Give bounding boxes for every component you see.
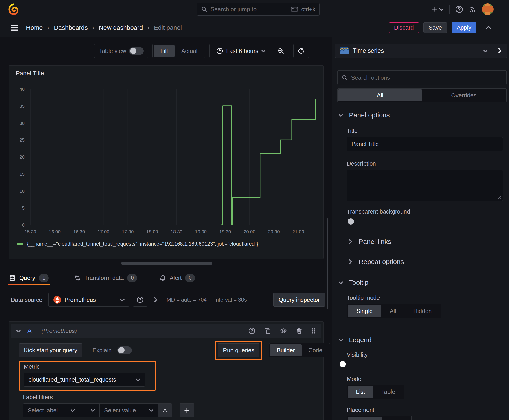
description-textarea[interactable] — [347, 170, 503, 201]
legend-mode-list[interactable]: List — [348, 386, 373, 398]
discard-button[interactable]: Discard — [389, 22, 419, 33]
tooltip-mode-hidden[interactable]: Hidden — [405, 305, 440, 317]
tab-all[interactable]: All — [338, 89, 422, 101]
add-button[interactable] — [431, 6, 443, 13]
svg-text:16:30: 16:30 — [73, 229, 85, 234]
news-button[interactable] — [469, 6, 476, 13]
interval-stat: Interval = 30s — [214, 297, 247, 303]
tab-query-label: Query — [19, 274, 35, 281]
collapse-chevron-up-icon[interactable] — [486, 26, 492, 29]
tab-query[interactable]: Query 1 — [9, 270, 49, 286]
tooltip-mode-switch: Single All Hidden — [347, 304, 441, 318]
title-label: Title — [347, 128, 357, 134]
placement-right[interactable]: Right — [381, 417, 410, 420]
explain-toggle[interactable] — [117, 346, 132, 354]
visibility-label: Visibility — [347, 351, 368, 358]
tooltip-mode-all[interactable]: All — [381, 305, 405, 317]
active-tab-underline — [8, 284, 50, 285]
chevron-right-icon — [498, 48, 501, 53]
table-view-toggle[interactable] — [129, 47, 144, 55]
fill-option[interactable]: Fill — [153, 45, 174, 57]
resize-drag-handle[interactable] — [121, 262, 212, 265]
duplicate-query-icon[interactable] — [264, 328, 271, 334]
panel-preview: Panel Title 051015202530354015:3016:0016… — [9, 65, 324, 259]
metric-select[interactable]: cloudflared_tunnel_total_requests — [24, 373, 145, 387]
panel-options-header[interactable]: Panel options — [339, 111, 390, 119]
operator-value: = — [84, 407, 87, 414]
tab-alert-count: 0 — [185, 274, 195, 282]
time-range-picker[interactable]: Last 6 hours — [210, 44, 272, 58]
tab-overrides[interactable]: Overrides — [422, 89, 506, 101]
kickstart-query-button[interactable]: Kick start your query — [19, 344, 82, 357]
add-icon — [431, 6, 438, 13]
options-tabs: All Overrides — [337, 88, 507, 102]
operator-dropdown[interactable]: = — [79, 403, 100, 417]
breadcrumb-dashboards[interactable]: Dashboards — [54, 24, 88, 31]
time-series-chart[interactable]: 051015202530354015:3016:0016:3017:0017:3… — [14, 86, 319, 243]
actual-option[interactable]: Actual — [175, 45, 204, 57]
select-value-dropdown[interactable]: Select value — [100, 403, 158, 417]
table-view-control[interactable]: Table view — [94, 44, 148, 58]
apply-button[interactable]: Apply — [452, 22, 477, 33]
delete-query-trash-icon[interactable] — [296, 328, 302, 334]
grafana-logo[interactable] — [8, 3, 19, 15]
chevron-right-icon — [349, 239, 352, 244]
viz-picker-expand-button[interactable] — [492, 44, 507, 58]
svg-text:17:00: 17:00 — [97, 229, 109, 234]
add-filter-button[interactable] — [180, 403, 194, 417]
select-label-dropdown[interactable]: Select label — [23, 403, 79, 417]
panel-links-header[interactable]: Panel links — [349, 238, 391, 246]
zoom-out-button[interactable] — [273, 44, 289, 58]
breadcrumb-new-dashboard[interactable]: New dashboard — [99, 24, 143, 31]
prometheus-icon — [53, 296, 61, 304]
tab-alert[interactable]: Alert 0 — [159, 270, 195, 286]
breadcrumb-separator: › — [92, 24, 94, 31]
run-queries-button[interactable]: Run queries — [218, 344, 259, 357]
chevron-down-icon — [71, 409, 75, 412]
svg-text:35: 35 — [20, 104, 25, 109]
collapse-query-chevron-icon[interactable] — [16, 330, 21, 332]
query-ref-id[interactable]: A — [27, 327, 32, 335]
panel-title-input[interactable] — [347, 137, 503, 151]
query-ref-header[interactable]: A (Prometheus) — [11, 324, 321, 338]
tooltip-header[interactable]: Tooltip — [339, 279, 369, 286]
tooltip-mode-single[interactable]: Single — [348, 305, 381, 317]
menu-button[interactable] — [10, 24, 19, 32]
time-controls: Last 6 hours — [209, 44, 289, 58]
global-search[interactable]: Search or jump to... ctrl+k — [197, 3, 319, 16]
help-button[interactable] — [455, 5, 463, 13]
viz-picker-select[interactable]: Time series — [335, 44, 492, 58]
tab-transform[interactable]: Transform data 0 — [74, 270, 137, 286]
drag-query-grip-icon[interactable] — [311, 328, 316, 334]
datasource-picker[interactable]: Prometheus — [48, 293, 129, 307]
panel-title[interactable]: Panel Title — [9, 66, 323, 82]
main-scrollbar[interactable] — [327, 218, 328, 309]
code-option[interactable]: Code — [302, 344, 329, 356]
save-button[interactable]: Save — [424, 22, 447, 33]
toggle-visibility-eye-icon[interactable] — [280, 328, 287, 334]
datasource-label: Data source — [11, 296, 42, 303]
legend-placement-switch: Bottom Right — [347, 415, 412, 420]
builder-option[interactable]: Builder — [270, 344, 302, 356]
svg-text:15: 15 — [20, 171, 25, 177]
chart-legend[interactable]: {__name__="cloudflared_tunnel_total_requ… — [17, 241, 258, 247]
chevron-down-icon — [149, 409, 153, 412]
query-help-icon[interactable] — [248, 328, 255, 334]
avatar[interactable] — [482, 3, 494, 15]
datasource-help-button[interactable] — [133, 293, 147, 307]
resize-handle-icon[interactable] — [498, 195, 501, 199]
svg-text:18:30: 18:30 — [171, 229, 182, 234]
legend-series-marker — [17, 243, 23, 245]
expand-options-chevron-icon[interactable] — [153, 297, 157, 302]
legend-mode-table[interactable]: Table — [373, 386, 403, 398]
repeat-options-header[interactable]: Repeat options — [349, 258, 404, 266]
options-search[interactable]: Search options — [337, 70, 507, 85]
description-label: Description — [347, 160, 376, 167]
breadcrumb-home[interactable]: Home — [26, 24, 43, 31]
placement-bottom[interactable]: Bottom — [348, 417, 381, 420]
legend-header[interactable]: Legend — [339, 336, 372, 344]
refresh-button[interactable] — [293, 44, 309, 58]
query-inspector-button[interactable]: Query inspector — [273, 293, 325, 307]
remove-filter-button[interactable] — [158, 403, 172, 417]
legend-series-label[interactable]: {__name__="cloudflared_tunnel_total_requ… — [27, 241, 258, 247]
